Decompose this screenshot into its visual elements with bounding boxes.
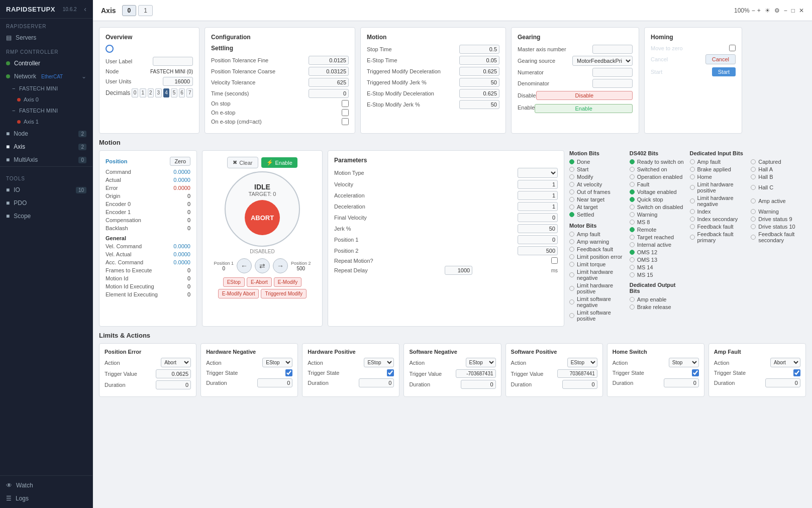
trig-mod-decel-input[interactable] (459, 67, 499, 76)
af-action-select[interactable]: Abort (770, 358, 800, 367)
settings-icon[interactable]: ⚙ (774, 7, 780, 14)
decimal-btn-1[interactable]: 1 (140, 88, 146, 97)
axis-tab-0[interactable]: 0 (122, 5, 137, 16)
enable-btn[interactable]: ⚡ Enable (261, 157, 297, 168)
zoom-plus-btn[interactable]: + (757, 7, 761, 14)
velocity-input[interactable] (518, 180, 558, 189)
swp-duration-input[interactable] (562, 380, 597, 389)
hwn-trigger-state-checkbox[interactable] (285, 369, 292, 376)
sidebar-item-multiaxis[interactable]: ■ MultiAxis 0 (0, 153, 92, 166)
sidebar-item-watch[interactable]: 👁 Watch (0, 479, 92, 492)
sidebar-item-scope[interactable]: ■ Scope (0, 210, 92, 223)
hwp-duration-input[interactable] (359, 378, 394, 387)
hs-trigger-state-checkbox[interactable] (692, 369, 699, 376)
nav-left-btn[interactable]: ← (237, 258, 252, 273)
hwp-action-select[interactable]: EStop (364, 358, 394, 367)
hs-duration-input[interactable] (664, 378, 699, 387)
sidebar-item-servers[interactable]: ▤ Servers (0, 31, 92, 44)
eabort-btn[interactable]: E-Abort (247, 277, 272, 287)
on-estop-checkbox[interactable] (342, 109, 349, 116)
swn-trigger-input[interactable] (456, 369, 496, 378)
motion-type-select[interactable] (518, 168, 558, 178)
gearing-source-select[interactable]: MotorFeedbackPrimary (572, 56, 633, 66)
zero-btn[interactable]: Zero (170, 157, 190, 166)
brightness-icon[interactable]: ☀ (765, 7, 770, 14)
on-stop-checkbox[interactable] (342, 100, 349, 107)
sidebar-item-axis1[interactable]: Axis 1 (0, 116, 92, 127)
repeat-delay-input[interactable] (445, 266, 472, 275)
maximize-icon[interactable]: □ (791, 7, 795, 14)
decimal-btn-3[interactable]: 3 (155, 88, 162, 97)
sidebar-item-axis0[interactable]: Axis 0 (0, 94, 92, 105)
decimal-btn-5[interactable]: 5 (171, 88, 177, 97)
emodify-btn[interactable]: E-Modify (274, 277, 301, 287)
position1-input[interactable] (518, 235, 558, 244)
swn-action-select[interactable]: EStop (466, 358, 496, 367)
sidebar-item-logs[interactable]: ☰ Logs (0, 492, 92, 505)
pe-trigger-input[interactable] (156, 369, 191, 378)
stop-time-input[interactable] (459, 45, 499, 54)
pos-tol-coarse-input[interactable] (309, 67, 349, 76)
cancel-homing-btn[interactable]: Cancel (705, 54, 736, 64)
final-velocity-input[interactable] (518, 213, 558, 222)
decimal-btn-2[interactable]: 2 (148, 88, 154, 97)
zoom-minus-btn[interactable]: − (752, 7, 755, 14)
position2-input[interactable] (518, 246, 558, 255)
sidebar-item-fastech1[interactable]: − FASTECH MINI (0, 83, 92, 94)
numerator-input[interactable] (592, 68, 633, 77)
swn-duration-input[interactable] (461, 380, 496, 389)
decimal-btn-4[interactable]: 4 (163, 88, 170, 97)
af-trigger-state-checkbox[interactable] (793, 369, 800, 376)
close-icon[interactable]: ✕ (799, 7, 804, 14)
sidebar-item-controller[interactable]: Controller (0, 57, 92, 70)
start-homing-btn[interactable]: Start (712, 67, 736, 76)
acceleration-input[interactable] (518, 191, 558, 200)
repeat-motion-checkbox[interactable] (551, 257, 558, 264)
sidebar-item-fastech2[interactable]: − FASTECH MINI (0, 105, 92, 116)
pe-duration-input[interactable] (156, 380, 191, 389)
axis-tab-1[interactable]: 1 (138, 5, 153, 16)
enable-g-btn[interactable]: Enable (535, 104, 633, 113)
sidebar-item-axis[interactable]: ■ Axis 2 (0, 140, 92, 153)
hs-action-select[interactable]: Stop (669, 358, 699, 367)
minimize-icon[interactable]: − (784, 7, 787, 14)
nav-swap-btn[interactable]: ⇄ (255, 258, 270, 273)
trig-mod-jerk-input[interactable] (459, 78, 499, 87)
abort-btn[interactable]: ABORT (245, 200, 280, 235)
master-axis-input[interactable] (592, 45, 633, 54)
jerk-pct-input[interactable] (518, 224, 558, 233)
triggered-modify-btn[interactable]: Triggered Modify (261, 289, 307, 298)
denominator-input[interactable] (592, 79, 633, 88)
decimal-btn-6[interactable]: 6 (179, 88, 185, 97)
sidebar-item-io[interactable]: ■ IO 10 (0, 183, 92, 196)
sidebar-collapse-btn[interactable]: ‹ (84, 5, 86, 13)
disable-btn[interactable]: Disable (536, 91, 633, 100)
emodifyabort-btn[interactable]: E-Modify Abort (218, 289, 259, 298)
af-duration-input[interactable] (765, 378, 800, 387)
vel-tol-input[interactable] (309, 78, 349, 87)
pe-action-select[interactable]: Abort (161, 358, 191, 367)
swp-trigger-input[interactable] (557, 369, 597, 378)
move-to-zero-checkbox[interactable] (729, 45, 736, 51)
estop-time-input[interactable] (459, 56, 499, 65)
sidebar-item-pdo[interactable]: ■ PDO (0, 196, 92, 210)
hwp-trigger-state-checkbox[interactable] (387, 369, 394, 376)
clear-btn[interactable]: ✖ Clear (227, 157, 258, 168)
user-units-input[interactable] (163, 77, 193, 86)
pos-tol-fine-input[interactable] (309, 56, 349, 65)
estop-mod-decel-input[interactable] (459, 89, 499, 98)
time-seconds-input[interactable] (309, 89, 349, 98)
sidebar-item-network[interactable]: Network EtherCAT ⌄ (0, 70, 92, 83)
deceleration-input[interactable] (518, 202, 558, 211)
estop-mod-jerk-input[interactable] (459, 100, 499, 109)
decimal-btn-7[interactable]: 7 (186, 88, 193, 97)
nav-right-btn[interactable]: → (273, 258, 288, 273)
decimal-btn-0[interactable]: 0 (132, 88, 138, 97)
on-estop-cmd-checkbox[interactable] (342, 118, 349, 125)
hwn-action-select[interactable]: EStop (262, 358, 292, 367)
estop-btn[interactable]: EStop (223, 277, 245, 287)
hwn-duration-input[interactable] (257, 378, 292, 387)
user-label-input[interactable] (153, 57, 193, 66)
sidebar-item-node[interactable]: ■ Node 2 (0, 127, 92, 140)
swp-action-select[interactable]: EStop (567, 358, 597, 367)
